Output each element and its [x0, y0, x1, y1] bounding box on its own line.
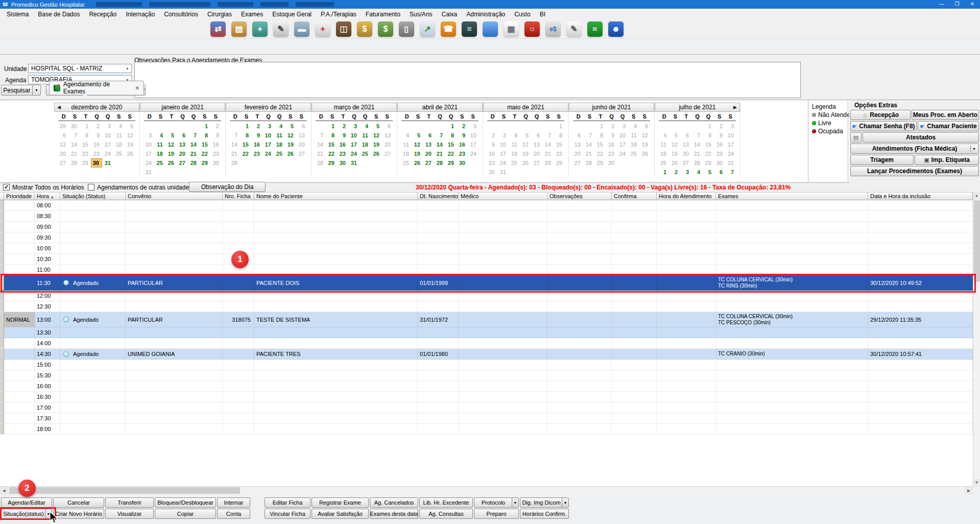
calendar-day[interactable]: 6: [680, 131, 691, 140]
calendar-day[interactable]: 30: [68, 122, 80, 131]
menu-bi[interactable]: BI: [535, 10, 550, 19]
calendar-day[interactable]: 31: [348, 158, 360, 168]
calendar-day[interactable]: 7: [691, 131, 703, 140]
calendar-day[interactable]: 4: [154, 131, 165, 140]
calendar-day[interactable]: 18: [360, 140, 371, 149]
scroll-down-icon[interactable]: ▼: [973, 479, 980, 486]
cancelar-button[interactable]: Cancelar: [53, 497, 104, 508]
calendar-day[interactable]: 7: [188, 131, 199, 140]
calendar-day[interactable]: 13: [572, 140, 583, 149]
atestados-button[interactable]: Atestados: [863, 132, 979, 142]
calendar-day[interactable]: 29: [445, 158, 457, 168]
calendar-day[interactable]: 1: [594, 122, 606, 131]
horizontal-scrollbar[interactable]: ◀ ▶: [0, 486, 973, 494]
calendar-day[interactable]: 15: [199, 140, 210, 149]
calendar-day[interactable]: 5: [165, 131, 177, 140]
calendar-day[interactable]: 26: [125, 149, 136, 158]
calendar-day[interactable]: 8: [199, 131, 210, 140]
calendar-day[interactable]: 9: [91, 131, 102, 140]
calendar-day[interactable]: 31: [725, 158, 736, 168]
menu-interna-o[interactable]: Internação: [121, 10, 159, 19]
table-row-16-30[interactable]: 16:30: [0, 392, 973, 402]
calendar-day[interactable]: 16: [457, 140, 468, 149]
tab-close-icon[interactable]: ✕: [135, 85, 139, 91]
atestados-doc-button[interactable]: ▤: [850, 132, 862, 142]
calendar-day[interactable]: 5: [412, 131, 423, 140]
calendar-day[interactable]: 29: [199, 158, 210, 168]
menu-recep-o[interactable]: Recepção: [84, 10, 121, 19]
calendar-day[interactable]: 17: [617, 140, 628, 149]
calendar-day[interactable]: 9: [457, 131, 468, 140]
calendar-day[interactable]: 13: [680, 140, 691, 149]
calendar-day[interactable]: 19: [371, 140, 382, 149]
table-row-14-30[interactable]: 14:30AgendadoUNIMED GOIANIAPACIENTE TRES…: [0, 349, 973, 360]
unidade-select[interactable]: HOSPITAL SQL - MATRIZ ▼: [28, 64, 132, 73]
calendar-day[interactable]: 13: [423, 140, 434, 149]
calendar-day[interactable]: 31: [102, 158, 113, 168]
table-row-17-00[interactable]: 17:00: [0, 402, 973, 413]
calendar-day[interactable]: 3: [725, 122, 736, 131]
calendar-day[interactable]: 22: [80, 149, 91, 158]
calendar-day[interactable]: 23: [210, 149, 222, 158]
patients-transfer-icon[interactable]: ⇄: [210, 21, 226, 37]
table-row-09-00[interactable]: 09:00: [0, 222, 973, 232]
calendar-day[interactable]: 4: [274, 122, 285, 131]
calendar-day[interactable]: 14: [229, 140, 240, 149]
calendar-day[interactable]: 14: [68, 140, 80, 149]
calendar-day[interactable]: 18: [658, 149, 669, 158]
calendar-day[interactable]: 12: [165, 140, 177, 149]
calendar-day[interactable]: 24: [468, 149, 479, 158]
calendar-day[interactable]: 30: [91, 158, 102, 168]
ag-cancelados-button[interactable]: Ag. Cancelados: [370, 497, 418, 508]
ebilling-icon[interactable]: e$: [545, 21, 561, 37]
calendar-next-icon[interactable]: ▶: [733, 105, 737, 110]
calendar-day[interactable]: 7: [434, 131, 445, 140]
visualizar-button[interactable]: Visualizar: [105, 509, 154, 519]
calendar-day[interactable]: 15: [554, 140, 565, 149]
tab-agendamento-exames[interactable]: Agendamento de Exames ✕: [49, 81, 144, 94]
calendar-day[interactable]: 9: [606, 131, 617, 140]
calendar-day[interactable]: 26: [371, 149, 382, 158]
table-row-14-00[interactable]: 14:00: [0, 338, 973, 349]
table-row-11-30[interactable]: 11:30AgendadoPARTICULARPACIENTE DOIS01/0…: [0, 275, 973, 291]
calendar-day[interactable]: 26: [412, 158, 423, 168]
calendar-day[interactable]: 30: [457, 158, 468, 168]
calendar-day[interactable]: 18: [274, 140, 285, 149]
prescription-icon[interactable]: ✎: [273, 21, 289, 37]
calendar-day[interactable]: 3: [102, 122, 113, 131]
calendar-day[interactable]: 22: [554, 149, 565, 158]
calendar-day[interactable]: 3: [617, 122, 628, 131]
col-header-prioridade[interactable]: Prioridade: [4, 192, 35, 200]
calendar-day[interactable]: 29: [703, 158, 714, 168]
calendar-day[interactable]: 28: [68, 158, 80, 168]
calendar-day[interactable]: 4: [400, 131, 412, 140]
calendar-day[interactable]: 12: [412, 140, 423, 149]
calendar-day[interactable]: 7: [725, 168, 736, 177]
calendar-day[interactable]: 3: [143, 131, 154, 140]
calendar-day[interactable]: 25: [113, 149, 125, 158]
calendar-day[interactable]: 26: [639, 149, 651, 158]
avaliar-satisfa-o-button[interactable]: Avaliar Satisfação: [312, 509, 369, 519]
table-row-17-30[interactable]: 17:30: [0, 413, 973, 424]
table-row-12-30[interactable]: 12:30: [0, 301, 973, 312]
calendar-day[interactable]: 4: [658, 131, 669, 140]
calendar-day[interactable]: 2: [91, 122, 102, 131]
medical-agenda-icon[interactable]: ≈: [587, 21, 603, 37]
table-row-16-00[interactable]: 16:00: [0, 381, 973, 392]
calendar-day[interactable]: 20: [423, 149, 434, 158]
calendar-day[interactable]: 16: [251, 140, 262, 149]
calendar-day[interactable]: 25: [154, 158, 165, 168]
calendar-day[interactable]: 8: [594, 131, 606, 140]
calendar-day[interactable]: 13: [382, 131, 393, 140]
vertical-scrollbar[interactable]: ▲ ▼: [973, 192, 980, 486]
calendar-day[interactable]: 26: [285, 149, 296, 158]
calendar-day[interactable]: 19: [669, 149, 680, 158]
calendar-day[interactable]: 25: [509, 158, 520, 168]
calendar-day[interactable]: 14: [691, 140, 703, 149]
table-row-18-00[interactable]: 18:00: [0, 424, 973, 435]
calendar-day[interactable]: 3: [348, 122, 360, 131]
calendar-day[interactable]: 19: [285, 140, 296, 149]
calendar-day[interactable]: 27: [680, 158, 691, 168]
chevron-down-icon[interactable]: ▼: [562, 498, 568, 507]
calendar-day[interactable]: 24: [617, 149, 628, 158]
